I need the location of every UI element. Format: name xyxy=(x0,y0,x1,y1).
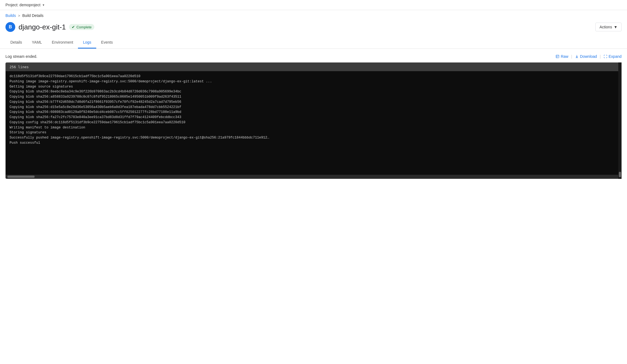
raw-label: Raw xyxy=(561,54,568,59)
breadcrumb-separator: > xyxy=(18,14,20,18)
actions-chevron-icon: ▼ xyxy=(614,25,617,29)
log-line: Copying blob sha256:b77f42d650dc7d0d6fa2… xyxy=(10,100,617,105)
tab-details[interactable]: Details xyxy=(5,37,27,49)
log-line: Copying blob sha256:d15e5a5c8e28d36e5305… xyxy=(10,105,617,110)
log-scroll-bar[interactable] xyxy=(6,175,621,179)
log-line: Writing manifest to image destination xyxy=(10,125,617,130)
build-icon: B xyxy=(5,22,15,32)
download-link[interactable]: Download xyxy=(575,54,597,59)
log-body[interactable]: dc118d5f5131df3b9ce22759dae179615cb1adf7… xyxy=(6,71,621,175)
log-lines-count: 256 lines xyxy=(10,65,29,69)
page-header-left: B django-ex-git-1 ✔ Complete xyxy=(5,22,94,32)
breadcrumb: Builds > Build Details xyxy=(0,10,627,19)
breadcrumb-builds-link[interactable]: Builds xyxy=(5,13,16,18)
tab-environment[interactable]: Environment xyxy=(47,37,78,49)
log-line: Push successful xyxy=(10,140,617,146)
log-line: Copying blob sha256:608083cad0129a0f9240… xyxy=(10,110,617,115)
tab-events[interactable]: Events xyxy=(96,37,118,49)
log-line: Copying blob sha256:8eebc8eba34c9e36f226… xyxy=(10,89,617,94)
project-chevron-icon: ▼ xyxy=(42,4,45,7)
raw-icon xyxy=(556,55,559,58)
log-line: Copying blob sha256:a858833a9239708c0c07… xyxy=(10,94,617,100)
log-line: Getting image source signatures xyxy=(10,84,617,89)
log-line: dc118d5f5131df3b9ce22759dae179615cb1adf7… xyxy=(10,74,617,79)
separator-2: | xyxy=(600,54,601,59)
log-container: 256 lines dc118d5f5131df3b9ce22759dae179… xyxy=(5,62,622,179)
download-icon xyxy=(575,55,579,58)
breadcrumb-current: Build Details xyxy=(22,13,44,18)
tabs-nav: Details YAML Environment Logs Events xyxy=(5,37,622,49)
tabs-container: Details YAML Environment Logs Events xyxy=(0,37,627,49)
log-line: Copying blob sha256:fa27c2fc75783e840a3e… xyxy=(10,115,617,120)
log-line: Successfully pushed image-registry.opens… xyxy=(10,135,617,140)
log-vertical-scroll[interactable] xyxy=(618,62,622,179)
page-header: B django-ex-git-1 ✔ Complete Actions ▼ xyxy=(0,19,627,37)
expand-link[interactable]: Expand xyxy=(604,54,622,59)
log-line: Storing signatures xyxy=(10,130,617,135)
log-vscroll-thumb xyxy=(619,172,621,177)
log-outer: 256 lines dc118d5f5131df3b9ce22759dae179… xyxy=(5,62,622,179)
actions-button[interactable]: Actions ▼ xyxy=(595,23,622,31)
expand-label: Expand xyxy=(609,54,622,59)
log-line: Copying config sha256:dc118d5f5131df3b9c… xyxy=(10,120,617,125)
page-title: django-ex-git-1 xyxy=(19,23,66,31)
status-label: Complete xyxy=(76,25,92,29)
log-status-text: Log stream ended. xyxy=(5,54,37,59)
log-section: Log stream ended. Raw | Download | Expan… xyxy=(0,49,627,184)
top-bar: Project: demoproject ▼ xyxy=(0,0,627,10)
check-icon: ✔ xyxy=(72,25,75,29)
log-actions: Raw | Download | Expand xyxy=(556,54,622,59)
log-scroll-thumb xyxy=(7,176,35,178)
actions-label: Actions xyxy=(599,25,612,29)
log-lines-bar: 256 lines xyxy=(6,63,621,71)
project-label: Project: demoproject xyxy=(5,3,40,7)
status-badge: ✔ Complete xyxy=(69,24,94,30)
project-selector[interactable]: Project: demoproject ▼ xyxy=(5,3,45,7)
tab-logs[interactable]: Logs xyxy=(78,37,96,49)
expand-icon xyxy=(604,55,607,58)
log-header: Log stream ended. Raw | Download | Expan… xyxy=(5,54,622,59)
download-label: Download xyxy=(580,54,597,59)
svg-rect-0 xyxy=(556,55,559,58)
separator-1: | xyxy=(571,54,572,59)
log-line: Pushing image image-registry.openshift-i… xyxy=(10,79,617,84)
raw-link[interactable]: Raw xyxy=(556,54,568,59)
tab-yaml[interactable]: YAML xyxy=(27,37,47,49)
